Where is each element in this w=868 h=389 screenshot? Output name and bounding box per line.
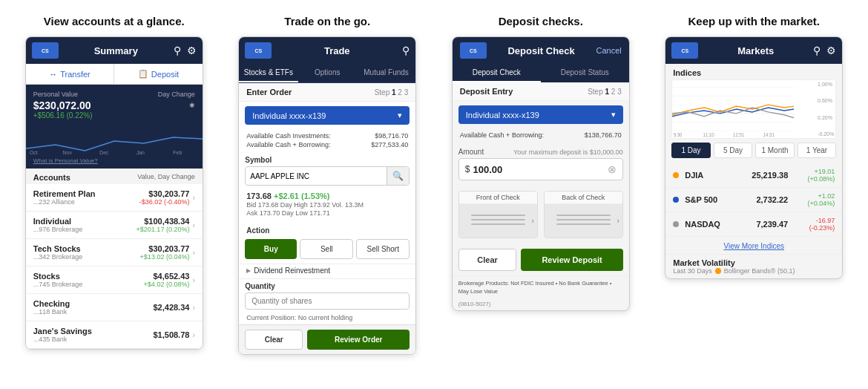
logo-deposit: CS (460, 42, 487, 59)
tf-1month[interactable]: 1 Month (755, 143, 795, 158)
personal-value-link[interactable]: What is Personal Value? (26, 156, 203, 169)
nav-title-summary: Summary (59, 45, 174, 56)
symbol-section: Symbol 🔍 (239, 153, 415, 189)
nasdaq-change-val: -16.97 (794, 217, 835, 224)
y-axis: 1.00% 0.60% 0.20% -0.20% (818, 80, 834, 138)
buy-button[interactable]: Buy (245, 239, 297, 259)
sell-short-button[interactable]: Sell Short (356, 239, 410, 259)
front-check-image: › (459, 204, 537, 238)
search-icon-summary[interactable]: ⚲ (174, 45, 181, 56)
quantity-input[interactable] (245, 292, 410, 310)
deposit-button[interactable]: 📋 Deposit (114, 64, 203, 84)
tf-5day[interactable]: 5 Day (714, 143, 753, 158)
action-label-section: Action (239, 220, 415, 238)
symbol-search-icon[interactable]: 🔍 (387, 167, 409, 185)
sp500-change-val: +1.02 (794, 192, 835, 200)
headline-summary: View accounts at a glance. (44, 15, 185, 27)
deposit-footer: (0810-5027) (453, 299, 629, 310)
gear-icon-summary[interactable]: ⚙ (187, 45, 197, 56)
search-icon-trade[interactable]: ⚲ (402, 45, 410, 56)
account-item-checking[interactable]: Checking ...118 Bank $2,428.34 › (26, 294, 203, 321)
deposit-step-nums: Step 1 2 3 (588, 88, 622, 96)
cancel-button-deposit[interactable]: Cancel (596, 46, 622, 55)
section-deposit: Deposit checks. CS Deposit Check Cancel … (434, 15, 648, 311)
amount-input[interactable] (473, 164, 607, 175)
acc-sub-retirement: ...232 Alliance (33, 198, 96, 206)
deposit-icon: 📋 (138, 69, 148, 79)
nasdaq-change: -16.97 (-0.23%) (794, 217, 835, 232)
buy-sell-row: Buy Sell Sell Short (239, 238, 415, 264)
acc-change-retirement: -$36.02 (-0.40%) (139, 198, 190, 206)
headline-deposit: Deposit checks. (499, 15, 583, 27)
review-order-button[interactable]: Review Order (307, 330, 410, 350)
timeframe-row: 1 Day 5 Day 1 Month 1 Year (665, 139, 842, 162)
front-check-chevron-icon: › (531, 217, 533, 225)
chevron-icon-stocks: › (192, 276, 194, 284)
enter-order-label: Enter Order (246, 88, 292, 97)
tf-1day[interactable]: 1 Day (671, 143, 711, 158)
tab-deposit-check[interactable]: Deposit Check (453, 64, 541, 82)
available-cash-deposit: $138,766.70 (585, 131, 622, 139)
indices-chart: 9:30 11:10 12:51 14:31 1.00% 0.60% 0.20%… (671, 79, 836, 139)
view-more-indices[interactable]: View More Indices (665, 238, 842, 254)
back-check-box[interactable]: Back of Check › (544, 191, 623, 238)
account-dropdown-deposit[interactable]: Individual xxxx-x139 ▾ (458, 105, 623, 124)
action-label: Action (246, 226, 269, 235)
trade-tabs: Stocks & ETFs Options Mutual Funds (239, 64, 415, 83)
chevron-icon-retirement: › (192, 194, 194, 202)
svg-text:Oct: Oct (30, 150, 38, 155)
account-dropdown-trade[interactable]: Individual xxxx-x139 ▾ (245, 106, 410, 125)
sp500-name: S&P 500 (685, 195, 756, 204)
sp500-change: +1.02 (+0.04%) (794, 192, 835, 207)
clear-button-deposit[interactable]: Clear (458, 249, 517, 271)
chevron-icon-individual: › (192, 221, 194, 229)
check-images-row: Front of Check › Back of Check › (453, 185, 629, 244)
transfer-button[interactable]: ↔ Transfer (26, 64, 115, 84)
section-markets: Keep up with the market. CS Markets ⚲ ⚙ … (648, 15, 861, 279)
transfer-icon: ↔ (49, 70, 57, 79)
tab-deposit-status[interactable]: Deposit Status (541, 64, 629, 82)
tab-mutual-funds[interactable]: Mutual Funds (357, 64, 415, 82)
phone-trade: CS Trade ⚲ Stocks & ETFs Options Mutual … (238, 36, 416, 355)
account-item-techstocks[interactable]: Tech Stocks ...342 Brokerage $30,203.77 … (26, 239, 203, 267)
sp500-dot (673, 197, 679, 203)
sp500-value: 2,732.22 (756, 195, 788, 204)
transfer-label: Transfer (60, 70, 91, 79)
phone-markets: CS Markets ⚲ ⚙ Indices (665, 36, 843, 279)
stock-change: +$2.61 (1.53%) (274, 192, 330, 200)
account-item-individual[interactable]: Individual ...976 Brokerage $100,438.34 … (26, 212, 203, 239)
quantity-section: Quantity (239, 278, 415, 313)
account-item-retirement[interactable]: Retirement Plan ...232 Alliance $30,203.… (26, 184, 203, 212)
main-layout: View accounts at a glance. CS Summary ⚲ … (7, 15, 861, 355)
amount-clear-icon[interactable]: ⊗ (608, 163, 617, 175)
svg-text:11:10: 11:10 (703, 132, 714, 137)
nav-bar-deposit: CS Deposit Check Cancel (453, 37, 629, 64)
djia-name: DJIA (685, 171, 752, 180)
headline-trade: Trade on the go. (284, 15, 370, 27)
account-item-savings[interactable]: Jane's Savings ...435 Bank $1,508.78 › (26, 321, 203, 349)
deposit-entry-label: Deposit Entry (460, 87, 513, 96)
tab-options[interactable]: Options (298, 64, 357, 82)
symbol-input[interactable] (246, 169, 387, 184)
clear-button-trade[interactable]: Clear (245, 330, 303, 350)
bollinger-bands-icon (715, 268, 721, 274)
account-item-stocks[interactable]: Stocks ...745 Brokerage $4,652.43 +$4.02… (26, 267, 203, 294)
dividend-row: ▶ Dividend Reinvestment (239, 264, 415, 278)
phone-deposit: CS Deposit Check Cancel Deposit Check De… (452, 36, 630, 311)
search-icon-markets[interactable]: ⚲ (813, 45, 821, 56)
stock-price: 173.68 (246, 192, 272, 200)
tf-1year[interactable]: 1 Year (798, 143, 837, 158)
tab-stocks-etfs[interactable]: Stocks & ETFs (239, 64, 297, 82)
front-check-box[interactable]: Front of Check › (458, 191, 538, 238)
sell-button[interactable]: Sell (300, 239, 353, 259)
action-row-summary: ↔ Transfer 📋 Deposit (26, 64, 203, 85)
gear-icon-markets[interactable]: ⚙ (826, 45, 836, 56)
review-deposit-button[interactable]: Review Deposit (521, 249, 622, 271)
day-change-label: Day Change (158, 91, 195, 98)
portfolio-chart: Oct Nov Dec Jan Feb (26, 122, 203, 156)
sp500-change-pct: (+0.04%) (794, 200, 835, 207)
svg-text:9:30: 9:30 (674, 132, 683, 137)
section-summary: View accounts at a glance. CS Summary ⚲ … (7, 15, 221, 350)
trade-content: Enter Order Step 1 2 3 Individual xxxx-x… (239, 83, 415, 354)
chevron-icon-checking: › (192, 304, 194, 312)
